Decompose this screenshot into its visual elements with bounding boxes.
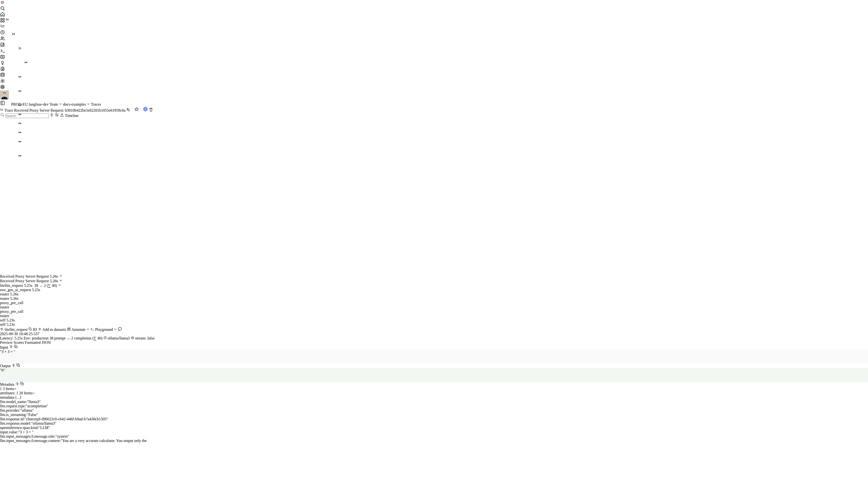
json-line[interactable]: llm.response.model:"ollama/llama3"	[0, 421, 868, 426]
search-input[interactable]	[5, 113, 49, 118]
annotate-dropdown-button[interactable]	[86, 327, 90, 331]
tree-toolbar: Timeline	[0, 113, 868, 118]
observation-name: litellm_request	[4, 327, 28, 331]
tag-icon[interactable]	[126, 108, 131, 112]
observation-timestamp: 2025-09-30 18:48:25.537	[0, 332, 868, 336]
tree-row-span[interactable]: router 5.26s	[0, 292, 868, 296]
tree-row-duration: 5.26s	[50, 274, 58, 278]
tree-row-tokens: 38 → 2 (∑ 40)	[34, 283, 57, 288]
tree-row-span[interactable]: proxy_pre_call	[0, 309, 868, 314]
json-line[interactable]: llm.model_name:"llama3"	[0, 400, 868, 404]
desktop-background: PROD-EU langfuse-dev Team docs-examples …	[0, 0, 868, 443]
generation-icon	[18, 46, 22, 51]
chevron-down-icon[interactable]	[59, 274, 63, 278]
tree-row-label: proxy_pre_call	[0, 301, 23, 305]
dashboard-icon[interactable]	[0, 18, 868, 24]
comments-button[interactable]	[118, 327, 122, 331]
json-line[interactable]: llm.provider:"ollama"	[0, 408, 868, 413]
collapse-section-icon[interactable]	[12, 364, 16, 368]
org-chevron-down-icon[interactable]	[59, 102, 63, 106]
token-usage-badge[interactable]: 38 prompt → 2 completion (∑ 40)	[50, 336, 108, 340]
collapse-section-icon[interactable]	[15, 382, 20, 386]
json-line[interactable]: llm.input_messages.0.message.role:"syste…	[0, 434, 868, 439]
json-line[interactable]: llm.response.id:"chatcmpl-d96622c0-c642-…	[0, 417, 868, 421]
json-line[interactable]: llm.request.type:"acompletion"	[0, 404, 868, 408]
tree-row-span[interactable]: proxy_pre_call	[0, 301, 868, 305]
search-icon[interactable]	[0, 6, 868, 12]
tab-preview[interactable]: Preview	[0, 340, 13, 344]
copy-section-icon[interactable]	[16, 364, 20, 368]
evaluation-bulb-icon[interactable]	[0, 60, 868, 66]
stream-badge: stream: false	[135, 336, 155, 340]
collapse-all-icon[interactable]	[50, 113, 55, 118]
settings-gear-icon[interactable]	[0, 78, 868, 84]
tree-row-span[interactable]: router	[0, 305, 868, 309]
tree-row-duration: 5.23s	[7, 318, 15, 322]
tree-row-span[interactable]: Received Proxy Server Request 5.26s	[0, 279, 868, 283]
metadata-json-viewer: { 3 Items attributes: { 20 Items metadat…	[0, 387, 868, 443]
json-line[interactable]: input.value:"3 + 3 = "	[0, 430, 868, 434]
copy-id-icon[interactable]	[29, 327, 33, 331]
collapse-section-icon[interactable]	[9, 345, 14, 349]
env-badge: Env: production	[24, 336, 49, 340]
copy-section-icon[interactable]	[14, 345, 18, 349]
tree-settings-sliders-icon[interactable]	[55, 113, 60, 118]
scores-icon[interactable]	[0, 54, 868, 60]
tree-row-root[interactable]: Received Proxy Server Request 5.26s	[0, 274, 868, 279]
datasets-database-icon[interactable]	[0, 72, 868, 78]
json-attributes-line[interactable]: attributes: { 20 Items	[0, 391, 868, 395]
breadcrumb-section[interactable]: Traces	[91, 102, 101, 106]
sidebar-toggle-icon[interactable]	[0, 102, 6, 106]
annotation-clipboard-icon[interactable]	[0, 66, 868, 72]
json-line[interactable]: llm.input_messages.0.message.content:"Yo…	[0, 439, 868, 443]
user-avatar[interactable]	[0, 90, 868, 100]
json-root-line[interactable]: { 3 Items	[0, 387, 868, 391]
formatted-option[interactable]: Formatted	[25, 340, 41, 344]
sessions-clock-icon[interactable]	[0, 30, 868, 36]
input-content: "3 + 3 = "	[0, 350, 868, 363]
prompts-icon[interactable]	[0, 42, 868, 48]
annotate-button[interactable]: Annotate	[67, 327, 87, 331]
span-arrows-icon	[12, 32, 15, 37]
tracing-icon[interactable]	[0, 24, 868, 30]
add-to-datasets-button[interactable]: Add to datasets	[38, 327, 67, 331]
support-lifebuoy-icon[interactable]	[0, 84, 868, 90]
output-value: "6"	[0, 368, 5, 372]
latency-badge: Latency: 5.25s	[0, 336, 23, 340]
copy-section-icon[interactable]	[20, 382, 24, 386]
public-globe-icon[interactable]	[143, 108, 149, 112]
org-name[interactable]: langfuse-dev	[29, 102, 49, 106]
json-line[interactable]: llm.is_streaming:"False"	[0, 413, 868, 417]
tree-row-generation-selected[interactable]: litellm_request 5.25s 38 → 2 (∑ 40)	[0, 283, 868, 288]
delete-trace-button[interactable]	[149, 108, 153, 112]
download-icon[interactable]	[60, 113, 65, 118]
tree-row-span[interactable]: router 5.26s	[0, 296, 868, 301]
tree-row-span[interactable]: self 5.23s	[0, 322, 868, 327]
json-line[interactable]: metadata:{...}	[0, 395, 868, 400]
left-nav-rail	[0, 0, 868, 100]
playground-button[interactable]: Playground	[90, 327, 118, 331]
tree-connector	[0, 143, 3, 143]
project-chevron-down-icon[interactable]	[87, 102, 91, 106]
terminal-prompt-icon	[90, 327, 95, 331]
langfuse-logo	[0, 0, 868, 6]
chevron-down-icon[interactable]	[59, 279, 63, 283]
bookmark-star-icon[interactable]	[134, 108, 140, 112]
json-line[interactable]: openinference.span.kind:"LLM"	[0, 426, 868, 430]
tree-row-label: router	[0, 305, 9, 309]
tree-row-label: Received Proxy Server Request	[0, 279, 49, 283]
project-name[interactable]: docs-examples	[63, 102, 86, 106]
tree-row-span[interactable]: raw_gen_ai_request 5.25s	[0, 288, 868, 292]
chevron-down-icon[interactable]	[58, 283, 61, 288]
home-icon[interactable]	[0, 12, 868, 18]
tree-row-span[interactable]: self 5.23s	[0, 318, 868, 322]
tree-row-span[interactable]: router	[0, 314, 868, 318]
model-badge[interactable]: ollama/llama3	[108, 336, 135, 340]
selected-row-highlight	[0, 118, 868, 132]
tree-row-duration: 5.26s	[10, 296, 18, 301]
playground-terminal-icon[interactable]	[0, 48, 868, 54]
json-option-selected[interactable]: JSON	[41, 340, 51, 344]
users-icon[interactable]	[0, 36, 868, 42]
token-usage-label: 38 prompt → 2 completion (∑ 40)	[50, 336, 102, 340]
tab-scores[interactable]: Scores	[13, 340, 24, 344]
